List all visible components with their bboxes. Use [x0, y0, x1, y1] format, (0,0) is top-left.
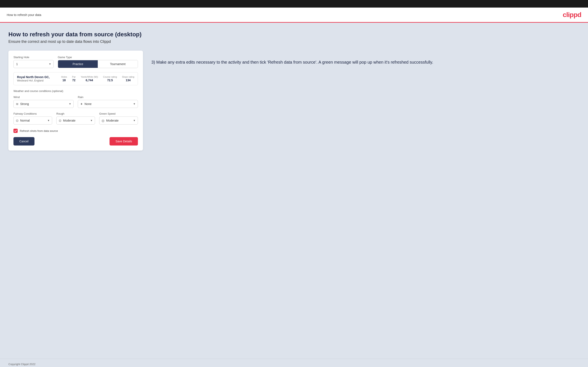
form-actions: Cancel Save Details — [13, 137, 138, 145]
content-area: Starting Hole 1 10 ▼ Game Type Practice … — [9, 50, 579, 150]
fairway-group: Fairway Conditions ⊙ Normal Soft Hard ▼ — [13, 112, 52, 125]
fairway-select-wrapper: ⊙ Normal Soft Hard ▼ — [13, 117, 52, 125]
course-rating-label: Course rating — [103, 75, 117, 78]
yards-label: Yards/White (M)) — [81, 75, 98, 78]
course-rating-value: 72.5 — [103, 79, 117, 82]
tournament-button[interactable]: Tournament — [98, 60, 138, 68]
game-type-group: Game Type Practice Tournament — [58, 56, 138, 68]
wind-group: Wind ≋ Strong Light None ▼ — [13, 96, 74, 108]
rough-select[interactable]: Moderate Light Heavy — [61, 117, 95, 124]
conditions-row: Fairway Conditions ⊙ Normal Soft Hard ▼ — [13, 112, 138, 125]
copyright-text: Copyright Clippd 2022 — [9, 363, 35, 366]
checkmark-icon — [14, 129, 17, 132]
practice-button[interactable]: Practice — [58, 60, 98, 68]
green-speed-select-wrapper: ◎ Moderate Slow Fast ▼ — [99, 117, 138, 125]
course-stats: Holes 18 Par 72 Yards/White (M)) 6,744 C… — [61, 75, 134, 82]
game-type-label: Game Type — [58, 56, 138, 59]
rain-select[interactable]: None Light Heavy — [83, 100, 138, 108]
rain-icon: ✦ — [78, 102, 83, 106]
rough-select-wrapper: ⊙ Moderate Light Heavy ▼ — [56, 117, 95, 125]
fairway-select[interactable]: Normal Soft Hard — [18, 117, 52, 124]
holes-label: Holes — [61, 75, 67, 78]
green-speed-label: Green Speed — [99, 112, 138, 115]
form-top-row: Starting Hole 1 10 ▼ Game Type Practice … — [13, 56, 138, 68]
wind-icon: ≋ — [14, 102, 18, 106]
page-subheading: Ensure the correct and most up to date d… — [9, 40, 579, 44]
rough-icon: ⊙ — [57, 119, 61, 123]
holes-value: 18 — [61, 79, 67, 82]
rain-group: Rain ✦ None Light Heavy ▼ — [78, 96, 138, 108]
yards-stat: Yards/White (M)) 6,744 — [81, 75, 98, 82]
course-info-box: Royal North Devon GC, Westward Ho!, Engl… — [13, 72, 138, 85]
rain-label: Rain — [78, 96, 138, 99]
course-rating-stat: Course rating 72.5 — [103, 75, 117, 82]
weather-section-title: Weather and course conditions (optional) — [13, 89, 138, 92]
main-content: How to refresh your data from source (de… — [0, 23, 588, 359]
header: How to refresh your data clippd — [0, 8, 588, 23]
game-type-buttons: Practice Tournament — [58, 60, 138, 68]
yards-value: 6,744 — [81, 79, 98, 82]
course-location: Westward Ho!, England — [17, 79, 50, 82]
page-heading: How to refresh your data from source (de… — [9, 31, 579, 38]
green-speed-select[interactable]: Moderate Slow Fast — [104, 117, 138, 124]
refresh-checkbox[interactable] — [13, 129, 18, 133]
starting-hole-select-wrapper: 1 10 ▼ — [13, 60, 54, 68]
cancel-button[interactable]: Cancel — [13, 137, 35, 145]
side-description-text: 3) Make any extra edits necessary to the… — [151, 59, 579, 66]
footer: Copyright Clippd 2022 — [0, 359, 588, 367]
rough-label: Rough — [56, 112, 95, 115]
wind-label: Wind — [13, 96, 74, 99]
rough-group: Rough ⊙ Moderate Light Heavy ▼ — [56, 112, 95, 125]
course-name: Royal North Devon GC, — [17, 75, 50, 79]
top-bar — [0, 0, 588, 8]
fairway-label: Fairway Conditions — [13, 112, 52, 115]
starting-hole-group: Starting Hole 1 10 ▼ — [13, 56, 54, 68]
header-title: How to refresh your data — [7, 13, 41, 17]
logo: clippd — [563, 11, 581, 19]
starting-hole-select[interactable]: 1 10 — [14, 60, 53, 68]
slope-rating-label: Slope rating — [122, 75, 134, 78]
par-stat: Par 72 — [72, 75, 76, 82]
holes-stat: Holes 18 — [61, 75, 67, 82]
refresh-label: Refresh shots from data source — [20, 129, 58, 133]
wind-select[interactable]: Strong Light None — [18, 100, 73, 108]
par-label: Par — [72, 75, 76, 78]
refresh-checkbox-row: Refresh shots from data source — [13, 129, 138, 133]
starting-hole-label: Starting Hole — [13, 56, 54, 59]
wind-rain-row: Wind ≋ Strong Light None ▼ Rain — [13, 96, 138, 108]
save-button[interactable]: Save Details — [110, 137, 138, 145]
weather-section: Weather and course conditions (optional)… — [13, 89, 138, 125]
wind-select-wrapper: ≋ Strong Light None ▼ — [13, 100, 74, 108]
green-speed-icon: ◎ — [99, 119, 104, 123]
course-info-left: Royal North Devon GC, Westward Ho!, Engl… — [17, 75, 50, 82]
fairway-icon: ⊙ — [14, 119, 18, 123]
rain-select-wrapper: ✦ None Light Heavy ▼ — [78, 100, 138, 108]
slope-rating-stat: Slope rating 134 — [122, 75, 134, 82]
par-value: 72 — [72, 79, 76, 82]
slope-rating-value: 134 — [122, 79, 134, 82]
green-speed-group: Green Speed ◎ Moderate Slow Fast ▼ — [99, 112, 138, 125]
form-panel: Starting Hole 1 10 ▼ Game Type Practice … — [9, 50, 143, 150]
side-description: 3) Make any extra edits necessary to the… — [151, 50, 579, 66]
